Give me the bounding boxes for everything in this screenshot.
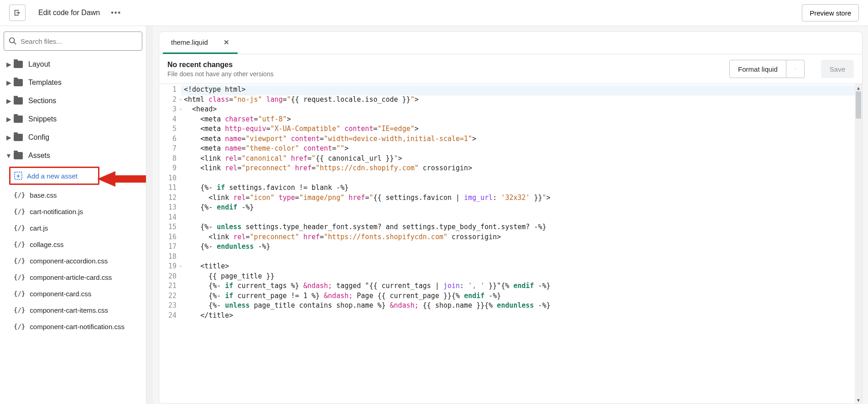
file-icon: {/}	[14, 273, 25, 281]
file-item[interactable]: {/}cart-notification.js	[3, 203, 143, 220]
add-asset-label: Add a new asset	[27, 172, 78, 180]
back-button[interactable]	[9, 5, 26, 21]
exit-icon	[13, 9, 21, 17]
preview-store-button[interactable]: Preview store	[802, 4, 859, 21]
chevron-icon: ▼	[5, 152, 12, 159]
folder-layout[interactable]: ▶Layout	[3, 55, 143, 73]
editor-scrollbar[interactable]: ▲ ▼	[855, 84, 862, 404]
file-item[interactable]: {/}collage.css	[3, 236, 143, 252]
status-title: No recent changes	[167, 61, 729, 69]
folder-label: Config	[28, 133, 49, 142]
folder-config[interactable]: ▶Config	[3, 128, 143, 147]
folder-templates[interactable]: ▶Templates	[3, 73, 143, 92]
scroll-thumb[interactable]	[856, 91, 861, 119]
file-icon: {/}	[14, 306, 25, 314]
svg-rect-2	[115, 175, 146, 183]
annotation-arrow-icon	[97, 170, 146, 188]
save-button[interactable]: Save	[821, 60, 854, 78]
more-button[interactable]: •••	[111, 9, 121, 17]
folder-snippets[interactable]: ▶Snippets	[3, 110, 143, 128]
tab-theme-liquid[interactable]: theme.liquid ✕	[163, 32, 238, 54]
svg-line-1	[14, 42, 16, 45]
file-label: cart.js	[30, 224, 48, 232]
chevron-icon: ▶	[5, 79, 12, 86]
file-item[interactable]: {/}component-article-card.css	[3, 269, 143, 285]
add-icon: +	[14, 172, 22, 180]
file-item[interactable]: {/}cart.js	[3, 220, 143, 236]
file-label: component-card.css	[30, 290, 91, 298]
code-editor[interactable]: 123456789101112131415161718192021222324 …	[159, 84, 862, 404]
folder-assets[interactable]: ▼Assets	[3, 147, 143, 165]
folder-icon	[14, 79, 23, 86]
format-liquid-button[interactable]: Format liquid	[729, 60, 786, 78]
folder-label: Assets	[28, 152, 50, 160]
folder-icon	[14, 152, 23, 159]
file-sidebar: ▶Layout▶Templates▶Sections▶Snippets▶Conf…	[0, 26, 146, 404]
svg-marker-3	[97, 171, 115, 187]
svg-point-0	[10, 38, 15, 43]
file-icon: {/}	[14, 323, 25, 330]
chevron-icon: ▶	[5, 115, 12, 123]
code-area[interactable]: <!doctype html><html class="no-js" lang=…	[181, 84, 855, 404]
file-label: base.css	[30, 191, 57, 199]
folder-icon	[14, 134, 23, 141]
chevron-icon: ▶	[5, 61, 12, 68]
file-icon: {/}	[14, 290, 25, 297]
search-input-wrap[interactable]	[4, 31, 142, 51]
folder-icon	[14, 61, 23, 68]
file-item[interactable]: {/}component-cart-items.css	[3, 302, 143, 318]
folder-icon	[14, 115, 23, 123]
topbar: Edit code for Dawn ••• Preview store	[0, 0, 868, 26]
folder-label: Sections	[28, 97, 56, 105]
file-icon: {/}	[14, 257, 25, 264]
scroll-down-icon[interactable]: ▼	[855, 396, 862, 404]
file-icon: {/}	[14, 191, 25, 199]
folder-label: Templates	[28, 79, 62, 87]
status-subtitle: File does not have any other versions	[167, 70, 729, 78]
close-icon[interactable]: ✕	[223, 38, 229, 47]
file-item[interactable]: {/}component-cart-notification.css	[3, 318, 143, 335]
chevron-down-icon	[795, 66, 796, 72]
chevron-icon: ▶	[5, 134, 12, 141]
line-gutter: 123456789101112131415161718192021222324	[159, 84, 181, 404]
tab-label: theme.liquid	[171, 38, 208, 46]
folder-label: Layout	[28, 60, 50, 68]
file-label: collage.css	[30, 241, 63, 248]
folder-label: Snippets	[28, 115, 57, 123]
add-asset-button[interactable]: + Add a new asset	[9, 167, 99, 185]
file-item[interactable]: {/}base.css	[3, 187, 143, 203]
sidebar-scrollbar[interactable]	[146, 26, 153, 404]
file-icon: {/}	[14, 224, 25, 231]
folder-sections[interactable]: ▶Sections	[3, 92, 143, 110]
file-icon: {/}	[14, 241, 25, 248]
file-label: cart-notification.js	[30, 208, 83, 215]
page-title: Edit code for Dawn	[38, 9, 100, 17]
editor-tabs: theme.liquid ✕	[159, 32, 862, 54]
format-dropdown-button[interactable]	[786, 60, 805, 78]
chevron-icon: ▶	[5, 97, 12, 105]
file-item[interactable]: {/}component-accordion.css	[3, 252, 143, 269]
file-label: component-accordion.css	[30, 257, 108, 265]
search-icon	[9, 37, 17, 45]
status-bar: No recent changes File does not have any…	[159, 54, 862, 84]
file-label: component-article-card.css	[30, 273, 112, 281]
file-item[interactable]: {/}component-card.css	[3, 285, 143, 302]
scroll-up-icon[interactable]: ▲	[855, 84, 862, 91]
file-icon: {/}	[14, 208, 25, 215]
folder-icon	[14, 97, 23, 105]
file-label: component-cart-items.css	[30, 306, 108, 314]
file-label: component-cart-notification.css	[30, 323, 125, 331]
search-input[interactable]	[21, 37, 137, 45]
